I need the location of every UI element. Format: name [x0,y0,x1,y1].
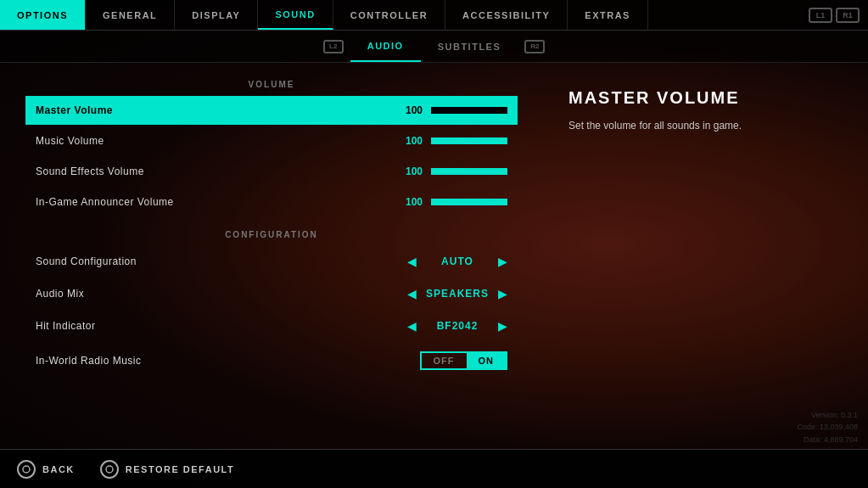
hit-indicator-control: ◀ BF2042 ▶ [407,319,507,333]
restore-button-label: RESTORE DEFAULT [126,464,234,474]
bumper-l2-icon: L2 [323,40,344,53]
announcer-volume-fill [432,199,507,205]
ui-container: OPTIONS GENERAL DISPLAY SOUND CONTROLLER… [0,0,868,488]
back-button-label: BACK [42,464,75,474]
left-panel: VOLUME Master Volume 100 Music Volume 10… [0,63,543,449]
hit-indicator-left-arrow[interactable]: ◀ [407,319,417,333]
nav-spacer [648,0,800,30]
nav-tab-accessibility[interactable]: ACCESSIBILITY [445,0,568,30]
master-volume-fill [432,108,507,113]
hit-indicator-row[interactable]: Hit Indicator ◀ BF2042 ▶ [25,311,518,341]
bumper-l1-icon: L1 [809,8,832,23]
announcer-volume-label: In-Game Announcer Volume [36,196,393,208]
music-volume-label: Music Volume [36,135,393,147]
config-section-header: CONFIGURATION [25,230,518,239]
audio-mix-control: ◀ SPEAKERS ▶ [407,287,507,300]
audio-mix-row[interactable]: Audio Mix ◀ SPEAKERS ▶ [25,278,518,309]
sfx-volume-label: Sound Effects Volume [36,165,393,177]
music-volume-row[interactable]: Music Volume 100 [25,126,518,155]
bottom-bar: BACK RESTORE DEFAULT [0,449,868,488]
circle-icon [22,465,31,474]
sound-config-label: Sound Configuration [36,255,407,267]
svg-point-1 [106,466,113,473]
sub-tab-audio[interactable]: AUDIO [350,31,421,62]
sub-nav: L2 AUDIO SUBTITLES R2 [0,31,868,63]
sub-tab-subtitles[interactable]: SUBTITLES [421,31,518,62]
toggle-off-label[interactable]: OFF [422,353,467,368]
detail-description: Set the volume for all sounds in game. [568,118,789,133]
volume-section-header: VOLUME [25,80,518,89]
sfx-volume-slider[interactable] [431,168,507,175]
sound-config-right-arrow[interactable]: ▶ [498,255,507,268]
sfx-volume-value: 100 [393,165,423,177]
detail-title: MASTER VOLUME [568,88,843,108]
audio-mix-label: Audio Mix [36,288,407,300]
radio-music-label: In-World Radio Music [36,355,420,367]
back-button-icon [17,460,36,479]
main-content: VOLUME Master Volume 100 Music Volume 10… [0,63,868,449]
sound-config-row[interactable]: Sound Configuration ◀ AUTO ▶ [25,246,518,277]
audio-mix-right-arrow[interactable]: ▶ [498,287,507,300]
nav-tab-options[interactable]: OPTIONS [0,0,86,30]
sound-config-control: ◀ AUTO ▶ [407,255,507,268]
back-button[interactable]: BACK [17,460,75,479]
bumper-r1-icon: R1 [836,8,860,23]
master-volume-slider[interactable] [431,107,507,114]
nav-tab-general[interactable]: GENERAL [86,0,175,30]
music-volume-value: 100 [393,135,423,147]
sound-config-left-arrow[interactable]: ◀ [407,255,417,268]
music-volume-fill [432,138,507,143]
nav-icons: L1 R1 [800,0,868,30]
audio-mix-left-arrow[interactable]: ◀ [407,287,417,300]
top-nav: OPTIONS GENERAL DISPLAY SOUND CONTROLLER… [0,0,868,31]
announcer-volume-slider[interactable] [431,199,507,205]
announcer-volume-value: 100 [393,196,423,208]
restore-button-icon [100,460,119,479]
radio-music-row[interactable]: In-World Radio Music OFF ON [25,343,518,379]
sfx-volume-row[interactable]: Sound Effects Volume 100 [25,157,518,186]
right-panel: MASTER VOLUME Set the volume for all sou… [543,63,868,449]
announcer-volume-row[interactable]: In-Game Announcer Volume 100 [25,188,518,216]
master-volume-label: Master Volume [36,104,393,116]
hit-indicator-value: BF2042 [423,320,491,332]
audio-mix-value: SPEAKERS [423,288,491,300]
restore-default-button[interactable]: RESTORE DEFAULT [100,460,234,479]
bumper-r2-icon: R2 [524,40,545,53]
nav-tab-extras[interactable]: EXTRAS [568,0,648,30]
nav-tab-controller[interactable]: CONTROLLER [333,0,445,30]
nav-tab-display[interactable]: DISPLAY [175,0,258,30]
svg-point-0 [23,466,30,473]
radio-music-toggle[interactable]: OFF ON [420,351,508,370]
hit-indicator-label: Hit Indicator [36,320,407,332]
hit-indicator-right-arrow[interactable]: ▶ [498,319,507,333]
sfx-volume-fill [432,169,507,174]
master-volume-value: 100 [393,104,423,116]
master-volume-row[interactable]: Master Volume 100 [25,96,518,125]
restore-circle-icon [105,465,114,474]
toggle-on-label[interactable]: ON [467,353,507,368]
music-volume-slider[interactable] [431,137,507,144]
sound-config-value: AUTO [423,255,491,267]
nav-tab-sound[interactable]: SOUND [258,0,333,30]
